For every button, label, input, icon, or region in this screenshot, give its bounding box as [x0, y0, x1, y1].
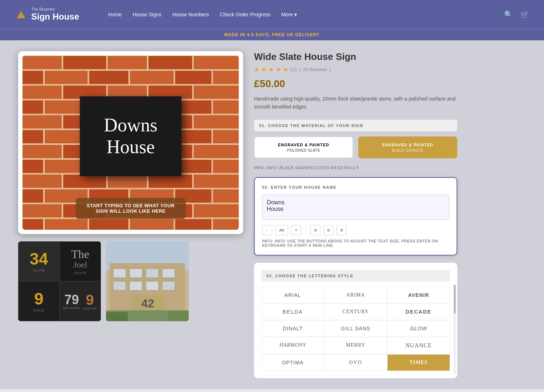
right-panel: Wide Slate House Sign ★ ★ ★ ★ ★ 5.0 ( 25…: [254, 51, 457, 378]
font-decade[interactable]: DECADE: [387, 303, 450, 320]
scrollbar[interactable]: [454, 285, 456, 375]
svg-rect-23: [213, 100, 239, 114]
svg-rect-3: [63, 56, 107, 70]
divider: [306, 226, 306, 234]
material-slate[interactable]: ENGRAVED & PAINTED POLISHED SLATE: [254, 136, 353, 158]
svg-rect-82: [106, 312, 128, 321]
align-right-button[interactable]: ≡: [336, 225, 347, 235]
font-arial[interactable]: ARIAL: [261, 287, 324, 303]
svg-rect-67: [213, 219, 239, 230]
font-glow[interactable]: GLOW: [387, 320, 450, 337]
logo-icon: [15, 8, 28, 21]
svg-rect-65: [130, 219, 174, 230]
nav-more[interactable]: More ▾: [281, 12, 297, 17]
font-nuance[interactable]: Nuance: [387, 337, 450, 354]
sign-text-line2: House: [107, 136, 155, 158]
product-card: Downs House START TYPING TO SEE WHAT YOU…: [18, 51, 243, 234]
increase-size-button[interactable]: +: [291, 225, 301, 235]
announcement-bar: MADE IN 4-5 DAYS, FREE UK DELIVERY: [0, 29, 544, 40]
svg-rect-28: [193, 115, 239, 129]
font-ovo[interactable]: OVO: [324, 354, 387, 371]
svg-rect-18: [23, 100, 44, 114]
input-info: INFO: INFO: USE THE BUTTONS ABOVE TO ADJ…: [262, 239, 449, 248]
svg-rect-83: [168, 311, 189, 321]
thumb-numbers[interactable]: 34 SLATE The Joel SLATE 9 GOLD 79 BRUSHE…: [18, 241, 101, 321]
svg-rect-6: [193, 56, 239, 70]
decrease-size-button[interactable]: -: [262, 225, 272, 235]
svg-rect-61: [193, 204, 239, 218]
font-belda[interactable]: BELDA: [261, 303, 324, 320]
svg-rect-71: [113, 269, 126, 278]
svg-rect-49: [148, 174, 193, 188]
font-optima[interactable]: OPTIMA: [261, 354, 324, 371]
sign-text-line1: Downs: [104, 115, 157, 136]
input-section: 02. ENTER YOUR HOUSE NAME Downs House - …: [254, 177, 457, 256]
material-granite[interactable]: ENGRAVED & PAINTED BLACK GRANITE: [358, 136, 457, 158]
svg-rect-35: [23, 144, 62, 159]
product-price: £50.00: [254, 78, 457, 90]
font-avenir[interactable]: AVENIR: [387, 287, 450, 303]
svg-rect-74: [162, 269, 175, 278]
house-name-input[interactable]: Downs House: [262, 195, 449, 220]
step2-label: 02. ENTER YOUR HOUSE NAME: [262, 185, 449, 189]
svg-rect-5: [148, 56, 193, 70]
svg-rect-56: [213, 189, 239, 203]
svg-rect-45: [213, 159, 239, 173]
svg-rect-2: [23, 56, 62, 70]
size-label-button: AA: [275, 225, 288, 235]
stars-row: ★ ★ ★ ★ ★ 5.0 ( 25 Reviews ): [254, 66, 457, 73]
svg-rect-76: [130, 281, 142, 290]
font-gillsans[interactable]: GILL SANS: [324, 320, 387, 337]
svg-text:42: 42: [141, 297, 154, 310]
align-center-button[interactable]: ≡: [323, 225, 334, 235]
svg-rect-13: [23, 85, 62, 99]
svg-rect-77: [146, 281, 159, 290]
svg-rect-29: [23, 130, 44, 144]
text-controls: - AA + ≡ ≡ ≡: [262, 225, 449, 235]
svg-rect-34: [213, 130, 239, 144]
font-merry[interactable]: MERRY: [324, 337, 387, 354]
font-grid: ARIAL ARIMA AVENIR BELDA CENTURY DECADE …: [261, 287, 450, 371]
logo-large-text: Sign House: [31, 12, 79, 22]
svg-rect-50: [193, 174, 239, 188]
star-5: ★: [283, 66, 288, 73]
step3-label: 03. CHOOSE THE LETTERING STYLE: [261, 270, 450, 282]
step1-label: 01. CHOOSE THE MATERIAL OF YOUR SIGN: [254, 120, 457, 131]
font-harmony[interactable]: HARMONY: [261, 337, 324, 354]
nav-home[interactable]: Home: [108, 12, 122, 17]
svg-rect-51: [23, 189, 44, 203]
nav-house-signs[interactable]: House Signs: [132, 12, 161, 17]
svg-rect-40: [23, 159, 44, 173]
review-count: (: [299, 67, 300, 72]
align-left-button[interactable]: ≡: [310, 225, 320, 235]
font-century[interactable]: CENTURY: [324, 303, 387, 320]
star-4: ★: [276, 66, 281, 73]
left-panel: Downs House START TYPING TO SEE WHAT YOU…: [18, 51, 243, 378]
svg-rect-0: [19, 15, 23, 18]
svg-rect-8: [44, 70, 88, 85]
font-times[interactable]: TIMES: [387, 354, 450, 371]
svg-rect-72: [130, 269, 142, 278]
search-icon[interactable]: 🔍: [504, 10, 513, 19]
svg-rect-64: [89, 219, 129, 230]
header-icons: 🔍 🛒: [504, 10, 529, 19]
svg-rect-10: [130, 70, 174, 85]
main-content: Downs House START TYPING TO SEE WHAT YOU…: [0, 40, 544, 389]
nav-house-numbers[interactable]: House Numbers: [172, 12, 209, 17]
nav-order-progress[interactable]: Check Order Progress: [220, 12, 270, 17]
star-3: ★: [269, 66, 274, 73]
svg-rect-62: [23, 219, 44, 230]
material-info: INFO: INFO: BLACK GRANITE COSTS AN EXTRA…: [254, 166, 457, 170]
product-title: Wide Slate House Sign: [254, 51, 457, 62]
svg-rect-4: [107, 56, 147, 70]
rating-score: 5.0: [290, 67, 297, 72]
svg-rect-24: [23, 115, 62, 129]
svg-rect-39: [193, 144, 239, 159]
svg-rect-57: [23, 204, 62, 218]
header: The Bespoke Sign House Home House Signs …: [0, 0, 544, 29]
font-arima[interactable]: ARIMA: [324, 287, 387, 303]
thumb-building[interactable]: 42: [106, 241, 189, 321]
svg-rect-12: [213, 70, 239, 85]
cart-icon[interactable]: 🛒: [520, 10, 529, 19]
font-dinalt[interactable]: DINALT: [261, 320, 324, 337]
